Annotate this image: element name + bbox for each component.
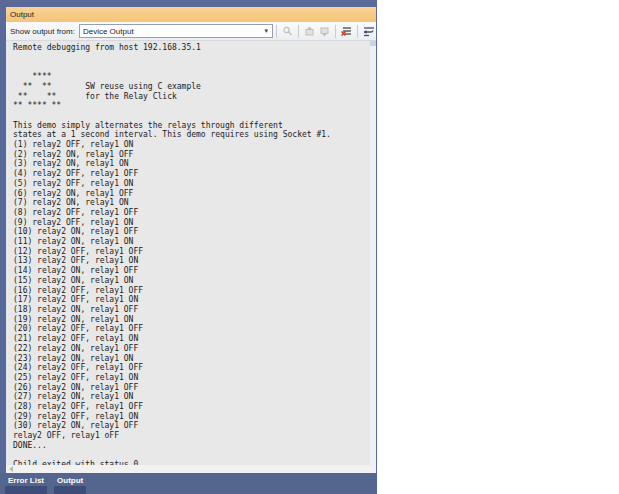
previous-message-icon — [304, 26, 315, 37]
console-text: Remote debugging from host 192.168.35.1 … — [6, 41, 376, 465]
toolbar-separator — [298, 25, 299, 38]
word-wrap-button[interactable] — [361, 24, 376, 39]
panel-title: Output — [10, 10, 34, 19]
previous-message-button[interactable] — [302, 24, 317, 39]
next-message-icon — [319, 26, 330, 37]
next-message-button[interactable] — [317, 24, 332, 39]
toolbar-separator — [357, 25, 358, 38]
output-console[interactable]: Remote debugging from host 192.168.35.1 … — [6, 41, 376, 465]
show-output-from-combobox[interactable]: Device Output ▼ — [79, 24, 273, 38]
output-tool-window: Output Show output from: Device Output ▼ — [0, 0, 377, 494]
clear-all-button[interactable] — [339, 24, 354, 39]
combobox-value: Device Output — [83, 27, 134, 36]
output-window-title-bar[interactable]: Output — [6, 7, 376, 22]
find-message-button[interactable] — [280, 24, 295, 39]
clear-all-icon — [341, 26, 352, 37]
word-wrap-icon — [363, 26, 375, 37]
toolbar-separator — [276, 25, 277, 38]
scroll-left-icon[interactable] — [9, 466, 13, 472]
tab-label: Error List — [8, 476, 44, 485]
chevron-down-icon[interactable]: ▼ — [263, 28, 269, 34]
bottom-tab-strip: Error List Output — [0, 473, 377, 494]
vertical-scrollbar[interactable] — [370, 41, 376, 465]
show-output-from-label: Show output from: — [10, 27, 75, 36]
tab-label: Output — [57, 476, 83, 485]
horizontal-scrollbar[interactable] — [6, 465, 376, 473]
tab-error-list[interactable]: Error List — [5, 473, 47, 494]
tab-output[interactable]: Output — [54, 473, 86, 494]
find-message-icon — [282, 26, 293, 37]
scroll-up-icon[interactable] — [370, 41, 376, 46]
output-toolbar: Show output from: Device Output ▼ — [6, 22, 376, 41]
toolbar-separator — [335, 25, 336, 38]
